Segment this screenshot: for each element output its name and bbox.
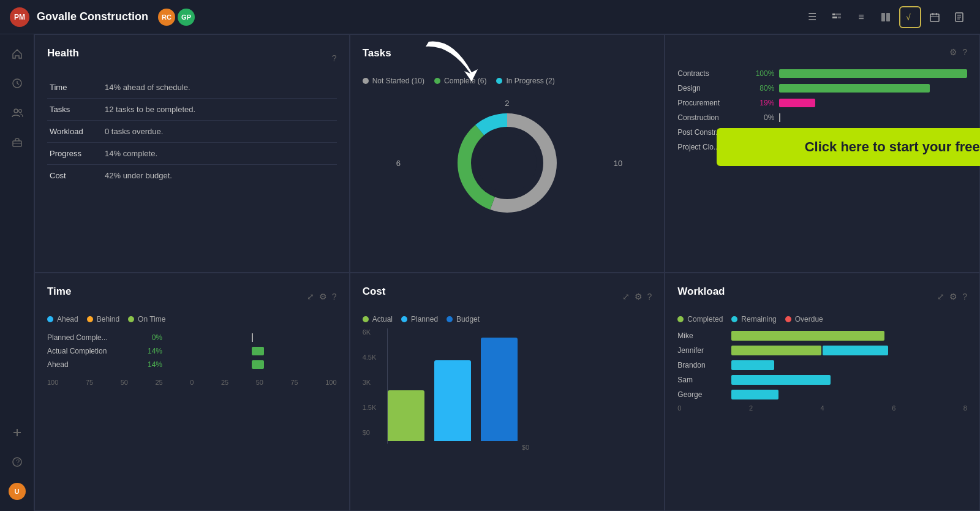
workload-bar-row: Brandon: [677, 360, 967, 370]
legend-label: Remaining: [741, 315, 776, 324]
time-settings-icon[interactable]: ⚙: [319, 292, 327, 301]
time-axis-label: 50: [256, 379, 263, 386]
time-bar-track: [167, 360, 337, 369]
toolbar-gantt-btn[interactable]: [826, 6, 848, 28]
cost-legend-item: Actual: [363, 315, 393, 324]
legend-dot: [47, 316, 53, 322]
legend-dot: [401, 316, 407, 322]
health-panel-header: Health ?: [47, 47, 337, 69]
cost-settings-icon[interactable]: ⚙: [635, 292, 643, 301]
workload-axis-label: 0: [677, 404, 681, 412]
sidebar: ? U: [0, 34, 34, 511]
time-bars-list: Planned Comple... 0% Actual Completion 1…: [47, 333, 337, 369]
cost-bars-area: [387, 328, 652, 444]
legend-label: Behind: [97, 315, 119, 324]
svg-rect-5: [886, 13, 890, 21]
toolbar-table-btn[interactable]: ≡: [850, 6, 872, 28]
bar-percent: 0%: [750, 113, 774, 122]
workload-bar-track: [731, 375, 967, 385]
cost-bar: [481, 338, 518, 441]
cost-legend-item: Budget: [447, 315, 480, 324]
time-axis-label: 100: [325, 379, 336, 386]
sidebar-item-help[interactable]: ?: [5, 450, 29, 474]
workload-axis-label: 2: [749, 404, 753, 412]
project-title: Govalle Construction: [37, 10, 148, 23]
cost-legend-item: Planned: [401, 315, 438, 324]
time-axis-label: 75: [290, 379, 298, 386]
cost-panel: Cost ⤢ ⚙ ? ActualPlannedBudget 6K4.5K3K1…: [350, 273, 665, 511]
svg-point-18: [14, 109, 18, 113]
cost-y-label: 6K: [363, 328, 377, 336]
cost-y-label: 1.5K: [363, 404, 377, 411]
cost-icons: ⤢ ⚙ ?: [622, 292, 652, 301]
legend-label: Overdue: [795, 315, 823, 324]
workload-help-icon[interactable]: ?: [962, 292, 967, 301]
health-title: Health: [47, 47, 79, 59]
free-trial-banner[interactable]: Click here to start your free trial: [717, 128, 980, 166]
time-expand-icon[interactable]: ⤢: [307, 292, 314, 301]
legend-label: On Time: [138, 315, 165, 324]
workload-panel-header: Workload ⤢ ⚙ ?: [677, 286, 967, 308]
time-bar-pct: 0%: [138, 333, 162, 342]
time-bar-pct: 14%: [138, 347, 162, 355]
health-row-label: Tasks: [47, 99, 102, 121]
time-axis-label: 25: [221, 379, 228, 386]
svg-text:?: ?: [16, 458, 20, 466]
bar-fill: [779, 69, 967, 78]
toolbar-doc-btn[interactable]: [948, 6, 970, 28]
workload-bar-row: Jennifer: [677, 346, 967, 355]
bar-fill: [779, 84, 929, 93]
workload-bar-track: [731, 390, 967, 399]
taskbars-help-icon[interactable]: ?: [962, 47, 967, 57]
wl-seg-remaining: [731, 360, 774, 370]
svg-rect-7: [930, 14, 939, 21]
workload-axis-label: 8: [963, 404, 967, 412]
toolbar-board-btn[interactable]: [875, 6, 897, 28]
time-help-icon[interactable]: ?: [332, 292, 337, 301]
time-bar-row: Ahead 14%: [47, 360, 337, 369]
svg-point-19: [18, 110, 21, 113]
wl-seg-completed: [731, 346, 821, 355]
sidebar-item-home[interactable]: [5, 42, 29, 66]
svg-rect-3: [838, 17, 841, 18]
workload-expand-icon[interactable]: ⤢: [937, 292, 944, 301]
health-row-value: 42% under budget.: [102, 165, 337, 187]
bar-percent: 80%: [750, 84, 774, 93]
toolbar-formula-btn[interactable]: √: [899, 6, 921, 28]
bar-track: [779, 69, 967, 78]
legend-label: Budget: [456, 315, 480, 324]
sidebar-item-people[interactable]: [5, 100, 29, 125]
time-panel-header: Time ⤢ ⚙ ?: [47, 286, 337, 308]
donut-label-right: 10: [614, 159, 622, 168]
cost-y-label: 4.5K: [363, 354, 377, 361]
time-panel: Time ⤢ ⚙ ? AheadBehindOn Time Planned Co…: [34, 273, 350, 511]
sidebar-item-briefcase[interactable]: [5, 130, 29, 154]
time-bar-label: Ahead: [47, 360, 133, 369]
time-bar-row: Planned Comple... 0%: [47, 333, 337, 342]
health-row-value: 0 tasks overdue.: [102, 121, 337, 143]
sidebar-item-add[interactable]: [5, 420, 29, 445]
workload-legend-item: Overdue: [785, 315, 823, 324]
sidebar-bottom: ? U: [5, 420, 29, 504]
time-icons: ⤢ ⚙ ?: [307, 292, 337, 301]
arrow-svg: [417, 36, 490, 97]
toolbar-list-btn[interactable]: ☰: [801, 6, 823, 28]
svg-rect-1: [836, 13, 841, 15]
cost-bar: [434, 360, 471, 441]
top-header: PM Govalle Construction RC GP ☰ ≡ √: [0, 0, 980, 34]
time-axis-label: 25: [155, 379, 162, 386]
wl-seg-remaining: [731, 375, 831, 385]
sidebar-item-clock[interactable]: [5, 71, 29, 96]
cost-expand-icon[interactable]: ⤢: [622, 292, 630, 301]
legend-dot: [785, 316, 791, 322]
health-row: Workload0 tasks overdue.: [47, 121, 337, 143]
toolbar-calendar-btn[interactable]: [924, 6, 946, 28]
avatar-rc: RC: [158, 9, 175, 26]
sidebar-item-user[interactable]: U: [5, 479, 29, 504]
taskbars-settings-icon[interactable]: ⚙: [949, 47, 957, 57]
workload-bar-track: [731, 360, 967, 370]
health-help-icon[interactable]: ?: [332, 53, 337, 63]
svg-rect-0: [832, 13, 835, 15]
workload-settings-icon[interactable]: ⚙: [949, 292, 957, 301]
cost-help-icon[interactable]: ?: [647, 292, 652, 301]
